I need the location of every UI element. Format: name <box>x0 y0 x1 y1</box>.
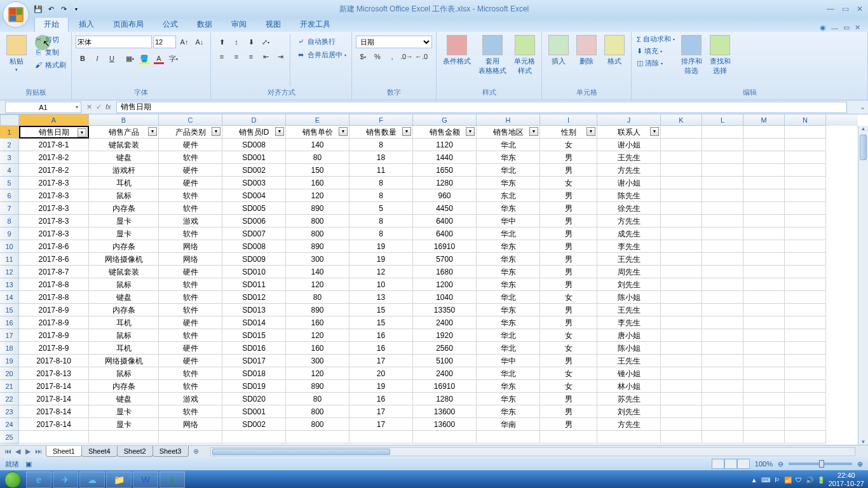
cell[interactable]: SD008 <box>222 240 286 253</box>
cell[interactable]: 华东 <box>477 151 540 164</box>
row-header[interactable]: 14 <box>0 291 19 304</box>
cell[interactable] <box>661 431 702 444</box>
col-header-K[interactable]: K <box>661 114 702 126</box>
clear-button[interactable]: ◫ 清除▾ <box>635 58 676 69</box>
tray-up-icon[interactable]: ▲ <box>751 477 757 484</box>
cell[interactable] <box>661 202 702 215</box>
cell[interactable]: 男 <box>540 227 597 240</box>
cell[interactable]: 2017-8-13 <box>19 367 89 380</box>
cell[interactable]: 160 <box>286 316 349 329</box>
cell[interactable]: 300 <box>286 253 349 266</box>
tray-flag-icon[interactable]: 🏳 <box>774 477 780 484</box>
cell[interactable]: 显卡 <box>89 227 159 240</box>
cell[interactable]: 销售数量▼ <box>349 126 413 139</box>
cell[interactable]: 17 <box>349 355 413 367</box>
cell[interactable]: 8 <box>349 177 413 189</box>
cell[interactable]: SD005 <box>222 202 286 215</box>
cell[interactable]: 5100 <box>413 355 477 367</box>
cell[interactable]: 硬件 <box>159 342 222 355</box>
cell[interactable]: 陈先生 <box>597 189 661 202</box>
cell[interactable]: 华东 <box>477 393 540 405</box>
cell[interactable] <box>743 431 785 444</box>
cell[interactable]: 网络 <box>159 418 222 431</box>
cell[interactable]: SD001 <box>222 405 286 418</box>
orientation-icon[interactable]: ⤢▾ <box>259 36 273 48</box>
cell[interactable]: 女 <box>540 342 597 355</box>
cell[interactable] <box>785 329 826 342</box>
cell[interactable] <box>413 431 477 444</box>
name-box[interactable]: A1 <box>5 102 81 113</box>
cell[interactable]: 女 <box>540 380 597 393</box>
row-header[interactable]: 3 <box>0 151 19 164</box>
cell[interactable]: 1680 <box>413 266 477 278</box>
cell[interactable] <box>743 316 785 329</box>
sheet-tab-Sheet4[interactable]: Sheet4 <box>81 446 118 457</box>
cell[interactable]: 软件 <box>159 151 222 164</box>
cell[interactable]: 17 <box>349 418 413 431</box>
last-sheet-icon[interactable]: ⏭ <box>33 447 43 456</box>
cell[interactable]: 软件 <box>159 367 222 380</box>
tray-keyboard-icon[interactable]: ⌨ <box>761 477 770 484</box>
col-header-D[interactable]: D <box>222 114 286 126</box>
cell[interactable] <box>19 431 89 444</box>
cell[interactable] <box>785 393 826 405</box>
cell[interactable] <box>743 278 785 291</box>
cut-button[interactable]: ✂剪切 <box>32 34 67 45</box>
sort-filter-button[interactable]: 排序和 筛选 <box>679 34 705 86</box>
filter-dropdown-icon[interactable]: ▼ <box>587 127 595 136</box>
cell[interactable] <box>743 189 785 202</box>
cell[interactable]: 软件 <box>159 329 222 342</box>
undo-icon[interactable]: ↶ <box>46 4 56 14</box>
cell[interactable] <box>222 431 286 444</box>
cell[interactable]: 硬件 <box>159 266 222 278</box>
macro-record-icon[interactable]: ▣ <box>25 460 32 468</box>
vertical-scrollbar[interactable]: ▲ ▼ <box>858 126 868 445</box>
cell[interactable]: 1200 <box>413 278 477 291</box>
cell[interactable]: 刘先生 <box>597 405 661 418</box>
cell[interactable] <box>661 393 702 405</box>
cell[interactable]: 王先生 <box>597 253 661 266</box>
cell[interactable]: 男 <box>540 278 597 291</box>
cell[interactable]: 男 <box>540 240 597 253</box>
cell[interactable]: 1440 <box>413 151 477 164</box>
cell[interactable] <box>702 151 743 164</box>
cell[interactable] <box>785 126 826 139</box>
cell[interactable] <box>743 151 785 164</box>
wrap-text-button[interactable]: ⤶自动换行 <box>294 36 348 47</box>
cell[interactable]: 男 <box>540 164 597 177</box>
cell[interactable] <box>785 240 826 253</box>
cell[interactable]: 软件 <box>159 202 222 215</box>
cell[interactable]: 软件 <box>159 405 222 418</box>
cell[interactable]: 联系人▼ <box>597 126 661 139</box>
cell[interactable]: 李先生 <box>597 316 661 329</box>
ribbon-minimize-icon[interactable]: — <box>831 24 838 32</box>
help-icon[interactable]: ◉ <box>820 24 826 32</box>
row-header[interactable]: 22 <box>0 393 19 405</box>
cell[interactable] <box>785 418 826 431</box>
cell[interactable]: 男 <box>540 151 597 164</box>
row-header[interactable]: 18 <box>0 342 19 355</box>
cell[interactable] <box>286 431 349 444</box>
cell[interactable]: 120 <box>286 329 349 342</box>
cell[interactable]: 2017-8-2 <box>19 164 89 177</box>
cell[interactable]: 10 <box>349 278 413 291</box>
cell[interactable]: 陈小姐 <box>597 342 661 355</box>
col-header-C[interactable]: C <box>159 114 222 126</box>
cell[interactable] <box>785 291 826 304</box>
cell[interactable] <box>743 177 785 189</box>
cell[interactable]: 男 <box>540 266 597 278</box>
cell[interactable]: 8 <box>349 189 413 202</box>
cell[interactable]: 硬件 <box>159 139 222 151</box>
cell[interactable]: 2017-8-3 <box>19 227 89 240</box>
cell[interactable]: 网络摄像机 <box>89 355 159 367</box>
cell[interactable] <box>743 253 785 266</box>
cell[interactable]: 男 <box>540 189 597 202</box>
cell[interactable]: 2017-8-14 <box>19 405 89 418</box>
cell[interactable]: 890 <box>286 240 349 253</box>
cell[interactable]: 软件 <box>159 304 222 316</box>
zoom-out-icon[interactable]: ⊖ <box>778 460 783 468</box>
col-header-F[interactable]: F <box>349 114 413 126</box>
cell-styles-button[interactable]: 单元格 样式 <box>512 34 538 86</box>
format-painter-button[interactable]: 🖌格式刷 <box>32 59 67 71</box>
cell[interactable] <box>743 164 785 177</box>
